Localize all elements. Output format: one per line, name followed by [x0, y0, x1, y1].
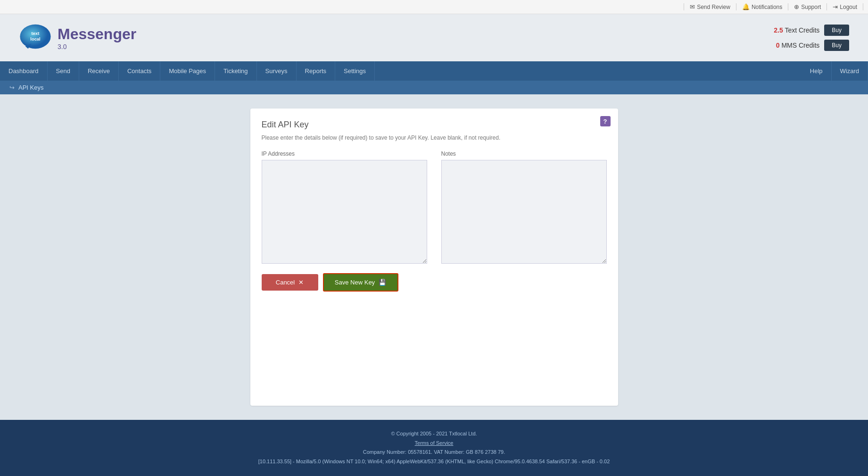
save-icon: 💾 [379, 279, 386, 286]
buy-text-credits-button[interactable]: Buy [824, 25, 849, 36]
support-label: Support [801, 4, 821, 10]
logo-bubble: text local [19, 24, 52, 52]
breadcrumb-bar: ↪ API Keys [0, 81, 868, 94]
nav-item-receive[interactable]: Receive [79, 61, 119, 81]
nav-item-ticketing[interactable]: Ticketing [215, 61, 257, 81]
breadcrumb-arrow-icon: ↪ [9, 84, 15, 91]
terms-of-service-link[interactable]: Terms of Service [415, 440, 454, 446]
cancel-button[interactable]: Cancel ✕ [262, 274, 318, 291]
notes-label: Notes [441, 150, 607, 157]
footer: © Copyright 2005 - 2021 Txtlocal Ltd. Te… [0, 420, 868, 476]
nav-item-reports[interactable]: Reports [297, 61, 336, 81]
nav-item-help[interactable]: Help [802, 61, 832, 81]
footer-terms: Terms of Service [9, 439, 859, 448]
nav-bar: Dashboard Send Receive Contacts Mobile P… [0, 61, 868, 81]
top-bar-items: ✉ Send Review 🔔 Notifications ⊕ Support … [684, 3, 863, 10]
notifications-link[interactable]: 🔔 Notifications [736, 3, 788, 10]
svg-text:text: text [32, 31, 40, 36]
footer-browser-info: [10.111.33.55] - Mozilla/5.0 (Windows NT… [9, 457, 859, 467]
button-row: Cancel ✕ Save New Key 💾 [262, 273, 607, 292]
mms-credits-row: 0 MMS Credits Buy [776, 40, 849, 51]
logo-area: text local Messenger 3.0 [19, 24, 136, 52]
ip-addresses-group: IP Addresses [262, 150, 427, 264]
edit-api-key-card: ? Edit API Key Please enter the details … [250, 109, 618, 406]
buy-mms-credits-button[interactable]: Buy [824, 40, 849, 51]
text-credits-row: 2.5 Text Credits Buy [774, 25, 849, 36]
nav-item-mobile-pages[interactable]: Mobile Pages [160, 61, 215, 81]
card-subtitle: Please enter the details below (if requi… [262, 134, 607, 141]
notifications-label: Notifications [752, 4, 782, 10]
support-link[interactable]: ⊕ Support [788, 3, 827, 10]
support-icon: ⊕ [794, 3, 799, 10]
send-review-label: Send Review [697, 4, 730, 10]
notes-input[interactable] [441, 160, 607, 264]
nav-item-send[interactable]: Send [48, 61, 79, 81]
logout-icon: ⇥ [833, 3, 838, 10]
brand-version: 3.0 [58, 43, 136, 50]
card-title: Edit API Key [262, 120, 607, 130]
main-content: ? Edit API Key Please enter the details … [0, 94, 868, 420]
breadcrumb-label: API Keys [18, 84, 43, 91]
brand-name: Messenger 3.0 [58, 25, 136, 50]
text-credits-value: 2.5 Text Credits [774, 26, 819, 34]
help-icon-button[interactable]: ? [600, 116, 611, 126]
footer-company-info: Company Number: 05578161. VAT Number: GB… [9, 448, 859, 457]
logout-link[interactable]: ⇥ Logout [827, 3, 863, 10]
nav-item-wizard[interactable]: Wizard [832, 61, 868, 81]
svg-text:local: local [30, 36, 40, 42]
nav-item-dashboard[interactable]: Dashboard [0, 61, 48, 81]
header: text local Messenger 3.0 2.5 Text Credit… [0, 14, 868, 61]
brand-text: Messenger 3.0 [58, 25, 136, 50]
cancel-label: Cancel [276, 279, 295, 286]
nav-item-contacts[interactable]: Contacts [119, 61, 160, 81]
nav-item-settings[interactable]: Settings [335, 61, 375, 81]
footer-copyright: © Copyright 2005 - 2021 Txtlocal Ltd. [9, 429, 859, 439]
credits-area: 2.5 Text Credits Buy 0 MMS Credits Buy [774, 25, 849, 51]
ip-addresses-label: IP Addresses [262, 150, 427, 157]
send-review-link[interactable]: ✉ Send Review [684, 3, 736, 10]
bell-icon: 🔔 [742, 3, 750, 10]
form-row: IP Addresses Notes [262, 150, 607, 264]
save-new-key-button[interactable]: Save New Key 💾 [323, 273, 398, 292]
email-icon: ✉ [690, 3, 695, 10]
cancel-icon: ✕ [298, 279, 304, 286]
nav-item-surveys[interactable]: Surveys [257, 61, 297, 81]
notes-group: Notes [441, 150, 607, 264]
logout-label: Logout [840, 4, 857, 10]
top-bar: ✉ Send Review 🔔 Notifications ⊕ Support … [0, 0, 868, 14]
save-label: Save New Key [335, 279, 375, 286]
mms-credits-value: 0 MMS Credits [776, 42, 820, 49]
ip-addresses-input[interactable] [262, 160, 427, 264]
